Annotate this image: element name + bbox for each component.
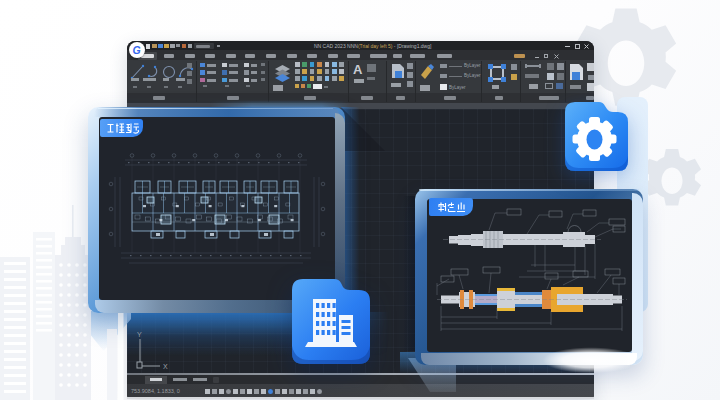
svg-text:X: X [163, 363, 168, 370]
svg-text:Y: Y [137, 331, 142, 338]
